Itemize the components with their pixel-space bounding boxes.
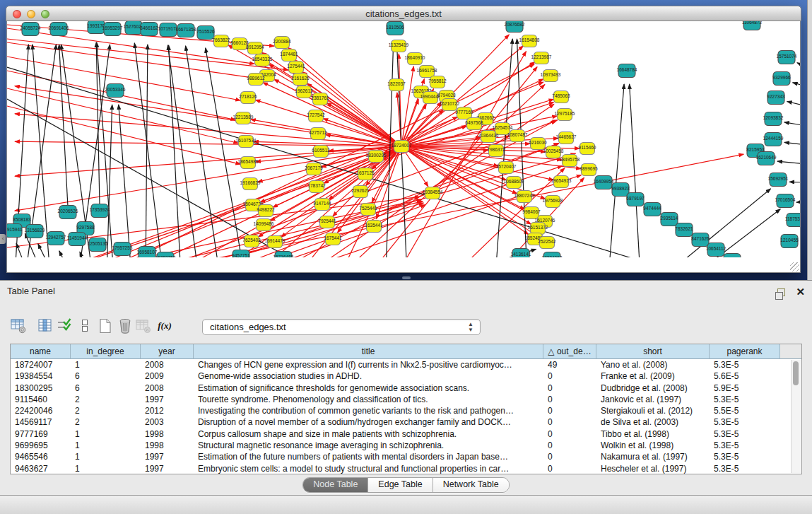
network-node[interactable]: 4275712 (309, 128, 327, 140)
table-row[interactable]: 1456911722003Disruption of a novel membe… (11, 416, 801, 428)
column-header-name[interactable]: name (11, 344, 71, 359)
citation-edge-red[interactable] (177, 146, 401, 257)
cell-in_degree[interactable]: 1 (71, 440, 141, 451)
network-node[interactable]: 12942757 (46, 232, 66, 245)
citation-edge-black[interactable] (169, 45, 181, 257)
cell-title[interactable]: Estimation of the future numbers of pati… (194, 451, 543, 462)
cell-in_degree[interactable]: 1 (71, 359, 141, 370)
citation-edge-black[interactable] (784, 142, 800, 145)
network-node[interactable]: 16210722 (440, 99, 460, 111)
network-node[interactable]: 9938923 (611, 183, 630, 197)
network-node[interactable]: 16958107 (137, 247, 158, 258)
network-node[interactable]: 10807487 (507, 130, 528, 142)
import-table-icon[interactable] (134, 317, 153, 335)
cell-name[interactable]: 22420046 (11, 405, 71, 416)
network-node[interactable]: 12093832 (763, 112, 784, 126)
cell-year[interactable]: 1998 (141, 428, 194, 440)
network-node[interactable]: 20691406 (49, 23, 69, 36)
citation-edge-red[interactable] (261, 52, 401, 146)
network-node[interactable]: 17353924 (90, 204, 110, 218)
network-node[interactable]: 16107534 (236, 136, 257, 148)
network-node[interactable]: 19166829 (240, 178, 261, 190)
citation-edge-black[interactable] (146, 45, 148, 257)
citation-edge-red[interactable] (7, 42, 259, 78)
function-builder-icon[interactable]: f(x) (155, 317, 174, 335)
citation-edge-black[interactable] (793, 83, 800, 86)
network-node[interactable]: 2292621 (351, 186, 370, 198)
cell-out_de[interactable]: 0 (543, 370, 596, 382)
network-node[interactable]: 18300295 (366, 151, 387, 163)
citation-edge-red[interactable] (323, 119, 401, 146)
citation-edge-black[interactable] (59, 251, 71, 257)
cell-pagerank[interactable]: 5.3E-5 (710, 451, 780, 462)
network-node[interactable]: 1874481 (280, 49, 298, 62)
network-node[interactable]: 2522542 (538, 237, 556, 249)
table-row[interactable]: 911546021997Tourette syndrome. Phenomeno… (11, 394, 801, 405)
cell-name[interactable]: 18724007 (11, 359, 71, 370)
network-node[interactable]: 9245652 (723, 254, 741, 258)
select-rows-icon[interactable] (55, 317, 73, 335)
network-node[interactable]: 14136141 (511, 249, 531, 258)
float-panel-button[interactable] (775, 288, 788, 300)
cell-title[interactable]: Embryonic stem cells: a model to study s… (194, 463, 543, 474)
column-header-pagerank[interactable]: pagerank (710, 344, 780, 359)
network-node[interactable]: 18807249 (514, 191, 535, 203)
network-node[interactable]: 7955812 (428, 76, 447, 88)
cell-out_de[interactable]: 0 (543, 405, 596, 416)
cell-short[interactable]: Yano et al. (2008) (596, 359, 710, 370)
network-node[interactable]: 10025458 (543, 146, 564, 158)
network-node[interactable]: 2718126 (239, 92, 257, 104)
cell-year[interactable]: 2008 (141, 359, 194, 370)
cell-out_de[interactable]: 0 (543, 463, 596, 474)
cell-name[interactable]: 9115460 (11, 394, 71, 405)
column-header-title[interactable]: title (194, 344, 543, 359)
cell-title[interactable]: Structural magnetic resonance image aver… (194, 440, 543, 451)
cell-title[interactable]: Tourette syndrome. Phenomenology and cla… (194, 394, 543, 405)
network-canvas[interactable]: 2405572420691406199317016953297152760228… (6, 21, 801, 273)
network-node[interactable]: 15692951 (768, 173, 789, 187)
cell-title[interactable]: Corpus callosum shape and size in male p… (194, 428, 543, 440)
close-panel-button[interactable]: ✕ (796, 286, 805, 298)
cell-in_degree[interactable]: 2 (71, 405, 141, 416)
cell-short[interactable]: Stergiakouli et al. (2012) (596, 405, 710, 416)
cell-in_degree[interactable]: 6 (71, 382, 141, 394)
network-node[interactable]: 1810506 (386, 22, 404, 35)
table-row[interactable]: 946362711997Embryonic stem cells: a mode… (11, 463, 801, 474)
cell-pagerank[interactable]: 5.3E-5 (710, 394, 780, 405)
network-node[interactable]: 11451944 (67, 233, 88, 246)
cell-pagerank[interactable]: 5.6E-5 (710, 370, 780, 382)
citation-edge-black[interactable] (134, 43, 163, 257)
network-node[interactable]: 14099486 (254, 219, 274, 231)
cell-out_de[interactable]: 0 (543, 451, 596, 462)
network-node[interactable]: 16543325 (252, 54, 273, 66)
network-node[interactable]: 7925441 (318, 216, 336, 228)
cell-name[interactable]: 9777169 (11, 428, 71, 440)
cell-year[interactable]: 2009 (141, 370, 194, 382)
cell-short[interactable]: de Silva et al. (2003) (596, 416, 710, 428)
cell-short[interactable]: Franke et al. (2009) (596, 370, 710, 382)
network-node[interactable]: 2200884 (273, 37, 291, 49)
scrollbar-thumb[interactable] (793, 361, 799, 385)
table-row[interactable]: 969969511998Structural magnetic resonanc… (11, 440, 801, 451)
network-node[interactable]: 1962612 (295, 86, 313, 98)
network-node[interactable]: 10654112 (706, 243, 726, 257)
network-node[interactable]: 20206526 (58, 206, 78, 219)
network-node[interactable]: 12213987 (531, 52, 552, 64)
network-node[interactable]: 16953297 (102, 23, 123, 36)
network-node[interactable]: 9329966 (772, 72, 791, 86)
cell-title[interactable]: Disruption of a novel member of a sodium… (194, 416, 543, 428)
network-node[interactable]: 18495758 (560, 155, 580, 167)
network-node[interactable]: 12444159 (763, 133, 784, 146)
cell-name[interactable]: 18300295 (11, 382, 71, 394)
cell-out_de[interactable]: 0 (543, 428, 596, 440)
network-node[interactable]: 20053346 (105, 84, 126, 98)
network-node[interactable]: 7485063 (552, 91, 570, 103)
citation-edge-black[interactable] (119, 105, 131, 257)
cell-in_degree[interactable]: 1 (71, 451, 141, 462)
network-node[interactable]: 7986372 (487, 145, 505, 157)
table-options-icon[interactable] (9, 317, 28, 335)
citation-edge-black[interactable] (630, 84, 640, 257)
cell-title[interactable]: Genome-wide association studies in ADHD. (194, 370, 543, 382)
column-header-in_degree[interactable]: in_degree (71, 344, 141, 359)
network-node[interactable]: 1275441 (287, 62, 305, 74)
